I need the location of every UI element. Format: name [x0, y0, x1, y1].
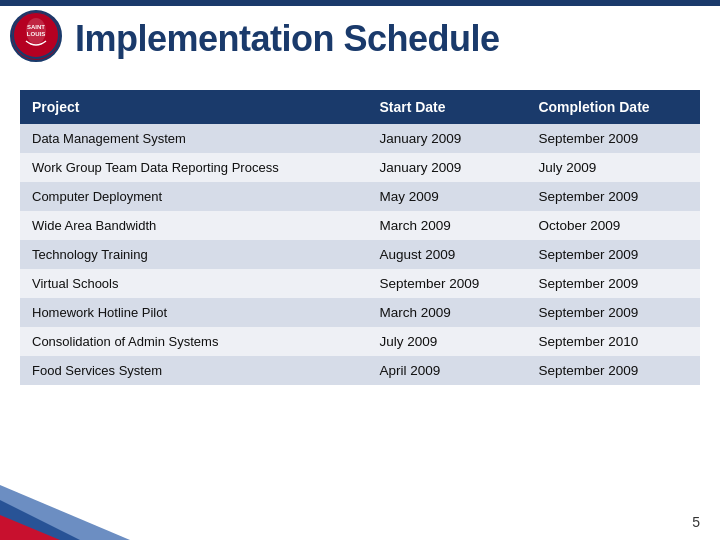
cell-start: March 2009 — [367, 211, 526, 240]
table-row: Virtual SchoolsSeptember 2009September 2… — [20, 269, 700, 298]
cell-project: Computer Deployment — [20, 182, 367, 211]
cell-start: March 2009 — [367, 298, 526, 327]
cell-start: September 2009 — [367, 269, 526, 298]
cell-project: Wide Area Bandwidth — [20, 211, 367, 240]
col-header-project: Project — [20, 90, 367, 124]
table-header-row: Project Start Date Completion Date — [20, 90, 700, 124]
page-number: 5 — [692, 514, 700, 530]
bottom-decoration — [0, 485, 200, 540]
cell-project: Data Management System — [20, 124, 367, 153]
cell-completion: September 2010 — [526, 327, 700, 356]
col-header-start: Start Date — [367, 90, 526, 124]
cell-completion: October 2009 — [526, 211, 700, 240]
table-row: Work Group Team Data Reporting ProcessJa… — [20, 153, 700, 182]
table-row: Consolidation of Admin SystemsJuly 2009S… — [20, 327, 700, 356]
table-container: Project Start Date Completion Date Data … — [20, 90, 700, 480]
logo-text: SAINT LOUIS — [12, 11, 60, 61]
cell-project: Consolidation of Admin Systems — [20, 327, 367, 356]
table-row: Wide Area BandwidthMarch 2009October 200… — [20, 211, 700, 240]
table-row: Food Services SystemApril 2009September … — [20, 356, 700, 385]
cell-project: Homework Hotline Pilot — [20, 298, 367, 327]
page-title: Implementation Schedule — [75, 18, 500, 60]
cell-completion: September 2009 — [526, 298, 700, 327]
implementation-table: Project Start Date Completion Date Data … — [20, 90, 700, 385]
col-header-completion: Completion Date — [526, 90, 700, 124]
table-row: Data Management SystemJanuary 2009Septem… — [20, 124, 700, 153]
cell-start: July 2009 — [367, 327, 526, 356]
cell-completion: September 2009 — [526, 182, 700, 211]
svg-text:LOUIS: LOUIS — [27, 31, 45, 37]
table-row: Homework Hotline PilotMarch 2009Septembe… — [20, 298, 700, 327]
cell-completion: September 2009 — [526, 124, 700, 153]
top-bar — [0, 0, 720, 6]
svg-text:SAINT: SAINT — [27, 24, 45, 30]
table-row: Computer DeploymentMay 2009September 200… — [20, 182, 700, 211]
cell-start: August 2009 — [367, 240, 526, 269]
cell-project: Food Services System — [20, 356, 367, 385]
cell-completion: July 2009 — [526, 153, 700, 182]
cell-completion: September 2009 — [526, 240, 700, 269]
table-row: Technology TrainingAugust 2009September … — [20, 240, 700, 269]
cell-project: Technology Training — [20, 240, 367, 269]
cell-project: Virtual Schools — [20, 269, 367, 298]
cell-start: January 2009 — [367, 124, 526, 153]
cell-project: Work Group Team Data Reporting Process — [20, 153, 367, 182]
logo-circle: SAINT LOUIS — [10, 10, 62, 62]
cell-start: April 2009 — [367, 356, 526, 385]
cell-completion: September 2009 — [526, 269, 700, 298]
cell-completion: September 2009 — [526, 356, 700, 385]
logo-area: SAINT LOUIS — [10, 10, 70, 70]
cell-start: May 2009 — [367, 182, 526, 211]
cell-start: January 2009 — [367, 153, 526, 182]
